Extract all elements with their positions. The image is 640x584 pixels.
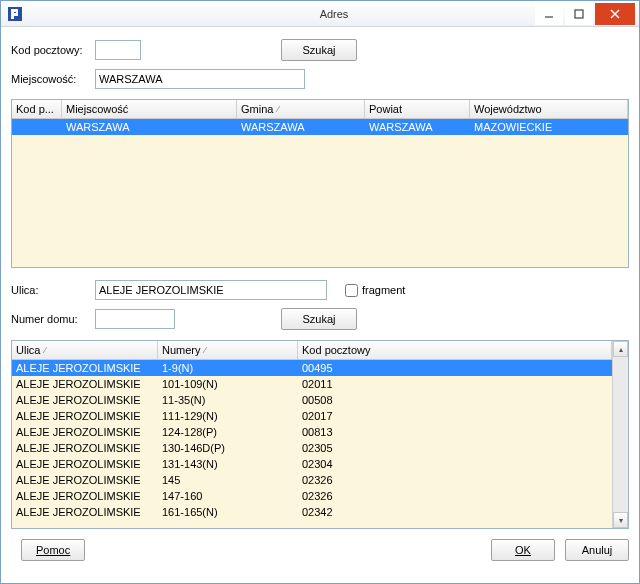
table-row[interactable]: ALEJE JEROZOLIMSKIE14502326 [12, 472, 612, 488]
street-input[interactable] [95, 280, 327, 300]
cell: ALEJE JEROZOLIMSKIE [12, 488, 158, 504]
cell: WARSZAWA [237, 119, 365, 135]
titlebar: Adres [1, 1, 639, 27]
cell: MAZOWIECKIE [470, 119, 628, 135]
cell: WARSZAWA [365, 119, 470, 135]
table-row[interactable]: ALEJE JEROZOLIMSKIE130-146D(P)02305 [12, 440, 612, 456]
cell: 161-165(N) [158, 504, 298, 520]
app-icon [7, 6, 23, 22]
table-row[interactable]: ALEJE JEROZOLIMSKIE124-128(P)00813 [12, 424, 612, 440]
postal-input[interactable] [95, 40, 141, 60]
ok-button[interactable]: OK [491, 539, 555, 561]
city-row: Miejscowość: [11, 69, 629, 89]
maximize-button[interactable] [565, 3, 593, 25]
cell: 02326 [298, 472, 612, 488]
houseno-input[interactable] [95, 309, 175, 329]
col-city[interactable]: Miejscowość [62, 100, 237, 118]
help-button[interactable]: Pomoc [21, 539, 85, 561]
col-powiat[interactable]: Powiat [365, 100, 470, 118]
cell: ALEJE JEROZOLIMSKIE [12, 472, 158, 488]
cell: 02017 [298, 408, 612, 424]
sort-indicator: ∕ [205, 345, 207, 355]
col-nums[interactable]: Numery∕ [158, 341, 298, 359]
cell: 101-109(N) [158, 376, 298, 392]
cell: 131-143(N) [158, 456, 298, 472]
table-row[interactable]: ALEJE JEROZOLIMSKIE1-9(N)00495 [12, 360, 612, 376]
city-label: Miejscowość: [11, 73, 91, 85]
footer: Pomoc OK Anuluj [11, 529, 629, 561]
cell: 00508 [298, 392, 612, 408]
street-table-header: Ulica∕ Numery∕ Kod pocztowy [12, 341, 612, 360]
fragment-checkbox[interactable] [345, 284, 358, 297]
street-table-body: ALEJE JEROZOLIMSKIE1-9(N)00495ALEJE JERO… [12, 360, 612, 528]
col-woj[interactable]: Województwo [470, 100, 628, 118]
cell: ALEJE JEROZOLIMSKIE [12, 504, 158, 520]
minimize-button[interactable] [535, 3, 563, 25]
search-postal-button[interactable]: Szukaj [281, 39, 357, 61]
street-scrollbar[interactable]: ▴ ▾ [612, 341, 628, 528]
cell: 1-9(N) [158, 360, 298, 376]
svg-rect-4 [16, 9, 18, 16]
postal-row: Kod pocztowy: Szukaj [11, 39, 629, 61]
fragment-label: fragment [362, 284, 405, 296]
cell: 02304 [298, 456, 612, 472]
table-row[interactable]: ALEJE JEROZOLIMSKIE11-35(N)00508 [12, 392, 612, 408]
street-label: Ulica: [11, 284, 91, 296]
col-street[interactable]: Ulica∕ [12, 341, 158, 359]
close-button[interactable] [595, 3, 635, 25]
cell: 111-129(N) [158, 408, 298, 424]
table-row[interactable]: WARSZAWAWARSZAWAWARSZAWAMAZOWIECKIE [12, 119, 628, 135]
street-row: Ulica: fragment [11, 280, 629, 300]
client-area: Kod pocztowy: Szukaj Miejscowość: Kod p.… [1, 27, 639, 583]
cell: ALEJE JEROZOLIMSKIE [12, 440, 158, 456]
search-street-button[interactable]: Szukaj [281, 308, 357, 330]
cell: ALEJE JEROZOLIMSKIE [12, 456, 158, 472]
table-row[interactable]: ALEJE JEROZOLIMSKIE147-16002326 [12, 488, 612, 504]
cell: 02326 [298, 488, 612, 504]
city-input[interactable] [95, 69, 305, 89]
cell: 147-160 [158, 488, 298, 504]
scroll-up-button[interactable]: ▴ [613, 341, 628, 357]
cell: ALEJE JEROZOLIMSKIE [12, 408, 158, 424]
cell: ALEJE JEROZOLIMSKIE [12, 360, 158, 376]
col-postal[interactable]: Kod p... [12, 100, 62, 118]
scroll-track[interactable] [613, 357, 628, 512]
sort-indicator: ∕ [44, 345, 46, 355]
cell [12, 119, 62, 135]
window: Adres Kod pocztowy: Szukaj Miejscowość: [0, 0, 640, 584]
cancel-button[interactable]: Anuluj [565, 539, 629, 561]
cell: 00813 [298, 424, 612, 440]
sort-indicator: ∕ [277, 104, 279, 114]
cell: ALEJE JEROZOLIMSKIE [12, 424, 158, 440]
cell: 02011 [298, 376, 612, 392]
houseno-label: Numer domu: [11, 313, 91, 325]
city-table[interactable]: Kod p... Miejscowość Gmina∕ Powiat Wojew… [11, 99, 629, 268]
cell: 02305 [298, 440, 612, 456]
scroll-down-button[interactable]: ▾ [613, 512, 628, 528]
table-row[interactable]: ALEJE JEROZOLIMSKIE111-129(N)02017 [12, 408, 612, 424]
city-table-header: Kod p... Miejscowość Gmina∕ Powiat Wojew… [12, 100, 628, 119]
cell: 02342 [298, 504, 612, 520]
cell: 00495 [298, 360, 612, 376]
cell: 11-35(N) [158, 392, 298, 408]
city-table-body: WARSZAWAWARSZAWAWARSZAWAMAZOWIECKIE [12, 119, 628, 267]
cell: 130-146D(P) [158, 440, 298, 456]
table-row[interactable]: ALEJE JEROZOLIMSKIE131-143(N)02304 [12, 456, 612, 472]
table-row[interactable]: ALEJE JEROZOLIMSKIE101-109(N)02011 [12, 376, 612, 392]
svg-rect-6 [575, 10, 583, 18]
cell: ALEJE JEROZOLIMSKIE [12, 376, 158, 392]
cell: 124-128(P) [158, 424, 298, 440]
postal-label: Kod pocztowy: [11, 44, 91, 56]
cell: WARSZAWA [62, 119, 237, 135]
street-table[interactable]: Ulica∕ Numery∕ Kod pocztowy ALEJE JEROZO… [11, 340, 629, 529]
cell: 145 [158, 472, 298, 488]
houseno-row: Numer domu: Szukaj [11, 308, 629, 330]
col-street-postal[interactable]: Kod pocztowy [298, 341, 612, 359]
col-gmina[interactable]: Gmina∕ [237, 100, 365, 118]
close-icon [609, 8, 621, 20]
table-row[interactable]: ALEJE JEROZOLIMSKIE161-165(N)02342 [12, 504, 612, 520]
cell: ALEJE JEROZOLIMSKIE [12, 392, 158, 408]
